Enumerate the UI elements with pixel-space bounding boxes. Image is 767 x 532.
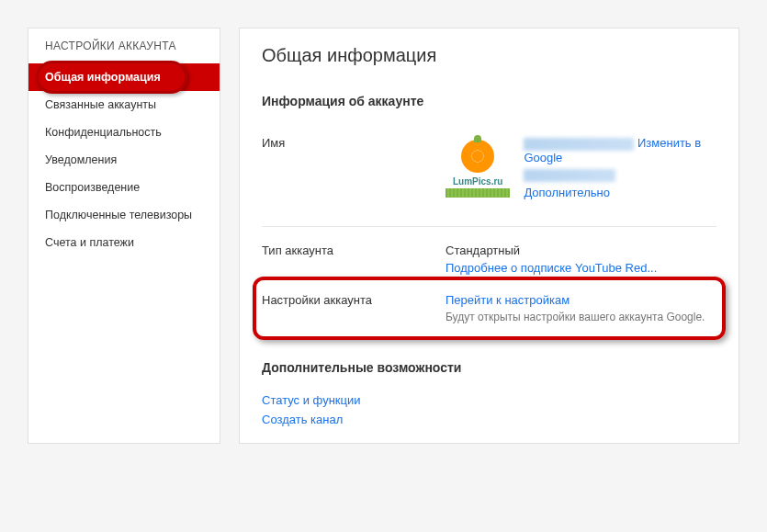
sidebar-item-notifications[interactable]: Уведомления — [28, 146, 220, 174]
sidebar-item-connected-tvs[interactable]: Подключенные телевизоры — [28, 201, 220, 229]
sidebar-item-connected-accounts[interactable]: Связанные аккаунты — [28, 91, 220, 119]
sidebar-item-billing[interactable]: Счета и платежи — [28, 229, 220, 256]
sidebar: НАСТРОЙКИ АККАУНТА Общая информация Связ… — [28, 28, 220, 444]
sidebar-item-label: Конфиденциальность — [45, 126, 162, 139]
sidebar-item-label: Воспроизведение — [45, 181, 140, 194]
page-title: Общая информация — [262, 45, 716, 66]
name-row: Имя LumPics.ru Изменить в Google — [262, 127, 716, 219]
account-type-row: Тип аккаунта Стандартный Подробнее о под… — [262, 234, 716, 284]
divider — [262, 226, 716, 227]
advanced-link[interactable]: Дополнительно — [524, 186, 610, 199]
account-settings-label: Настройки аккаунта — [262, 293, 446, 323]
sidebar-item-privacy[interactable]: Конфиденциальность — [28, 119, 220, 146]
sidebar-item-label: Счета и платежи — [45, 236, 134, 249]
create-channel-link[interactable]: Создать канал — [262, 413, 716, 426]
avatar-text: LumPics.ru — [446, 176, 510, 187]
orange-icon — [461, 140, 494, 173]
sidebar-item-label: Подключенные телевизоры — [45, 209, 192, 221]
main-content: Общая информация Информация об аккаунте … — [239, 28, 739, 444]
go-to-settings-link[interactable]: Перейти к настройкам — [446, 293, 716, 307]
sidebar-header: НАСТРОЙКИ АККАУНТА — [28, 28, 220, 63]
name-label: Имя — [262, 136, 446, 209]
sidebar-item-label: Общая информация — [45, 71, 161, 84]
youtube-red-link[interactable]: Подробнее о подписке YouTube Red... — [446, 261, 716, 275]
sidebar-item-label: Связанные аккаунты — [45, 98, 156, 111]
blurred-name — [524, 138, 634, 151]
status-functions-link[interactable]: Статус и функции — [262, 393, 716, 407]
sidebar-item-label: Уведомления — [45, 153, 117, 166]
avatar: LumPics.ru — [446, 136, 510, 209]
sidebar-item-playback[interactable]: Воспроизведение — [28, 174, 220, 201]
account-info-title: Информация об аккаунте — [262, 94, 716, 108]
account-settings-highlight: Настройки аккаунта Перейти к настройкам … — [253, 284, 726, 333]
grass-decoration — [446, 188, 510, 198]
account-type-label: Тип аккаунта — [262, 243, 446, 275]
blurred-email — [524, 169, 615, 182]
sidebar-item-overview[interactable]: Общая информация — [28, 63, 220, 91]
extra-title: Дополнительные возможности — [262, 360, 716, 375]
account-settings-row: Настройки аккаунта Перейти к настройкам … — [253, 284, 726, 333]
settings-note: Будут открыты настройки вашего аккаунта … — [446, 311, 716, 323]
account-type-value: Стандартный — [446, 243, 716, 257]
